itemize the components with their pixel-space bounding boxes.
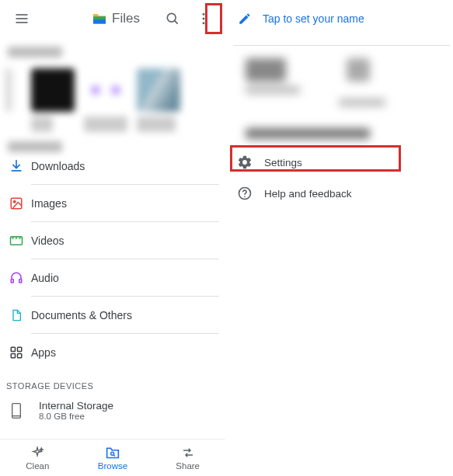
download-icon (6, 156, 26, 176)
search-icon[interactable] (157, 3, 188, 34)
svg-point-5 (203, 13, 205, 16)
nav-clean[interactable]: Clean (0, 440, 75, 476)
help-icon (236, 185, 253, 202)
gear-icon (236, 154, 253, 171)
bottom-nav: Clean Browse Share (0, 439, 225, 476)
swap-icon (181, 446, 195, 460)
set-name-label: Tap to set your name (263, 12, 364, 25)
svg-line-24 (113, 454, 115, 456)
app-logo: Files (92, 11, 140, 26)
svg-point-9 (14, 200, 16, 202)
recent-section-blurred (0, 47, 225, 148)
svg-rect-17 (11, 347, 15, 351)
category-audio[interactable]: Audio (6, 259, 219, 296)
storage-section-header: STORAGE DEVICES (0, 370, 225, 397)
nav-label: Share (176, 461, 200, 471)
category-label: Documents & Others (31, 309, 132, 321)
nav-share[interactable]: Share (150, 440, 225, 476)
category-label: Downloads (31, 160, 85, 172)
overflow-menu-panel: Tap to set your name Settings Help and f… (230, 0, 453, 476)
category-label: Videos (31, 235, 64, 247)
category-downloads[interactable]: Downloads (6, 148, 219, 184)
category-videos[interactable]: Videos (6, 222, 219, 259)
svg-point-23 (111, 452, 114, 455)
headphones-icon (6, 268, 26, 288)
category-label: Audio (31, 272, 59, 284)
storage-name: Internal Storage (39, 400, 113, 412)
svg-point-3 (167, 13, 176, 22)
app-title: Files (112, 11, 140, 26)
nav-label: Browse (98, 461, 127, 471)
set-name-row[interactable]: Tap to set your name (230, 0, 453, 37)
category-images[interactable]: Images (6, 185, 219, 221)
profile-blurred (230, 46, 453, 147)
hamburger-menu-icon[interactable] (6, 3, 37, 34)
files-app-screen: Files Downloads (0, 0, 225, 476)
categories-list: Downloads Images Videos Audio (0, 148, 225, 370)
image-icon (6, 193, 26, 214)
category-apps[interactable]: Apps (6, 334, 219, 370)
menu-settings[interactable]: Settings (230, 147, 453, 178)
top-app-bar: Files (0, 0, 225, 37)
nav-label: Clean (26, 461, 49, 471)
category-label: Apps (31, 346, 56, 359)
svg-rect-16 (19, 279, 22, 283)
svg-rect-18 (18, 347, 22, 351)
menu-help[interactable]: Help and feedback (230, 178, 453, 209)
svg-rect-19 (11, 353, 15, 357)
svg-rect-20 (18, 353, 22, 357)
phone-icon (6, 401, 26, 421)
video-icon (6, 231, 26, 251)
svg-point-26 (244, 196, 246, 197)
nav-browse[interactable]: Browse (75, 440, 151, 476)
svg-line-4 (175, 21, 178, 24)
document-icon (6, 305, 26, 325)
folder-search-icon (105, 446, 120, 460)
pencil-icon (238, 12, 252, 26)
svg-rect-15 (11, 279, 13, 283)
menu-label: Settings (264, 157, 302, 169)
storage-free: 8.0 GB free (39, 412, 113, 421)
svg-point-7 (203, 22, 205, 24)
sparkle-icon (30, 446, 44, 460)
storage-internal[interactable]: Internal Storage 8.0 GB free (0, 397, 225, 421)
category-label: Images (31, 197, 67, 210)
category-documents[interactable]: Documents & Others (6, 297, 219, 333)
overflow-menu-icon[interactable] (188, 3, 219, 34)
files-folder-icon (92, 12, 107, 25)
apps-icon (6, 342, 26, 363)
menu-label: Help and feedback (264, 188, 352, 200)
svg-point-6 (203, 18, 205, 20)
